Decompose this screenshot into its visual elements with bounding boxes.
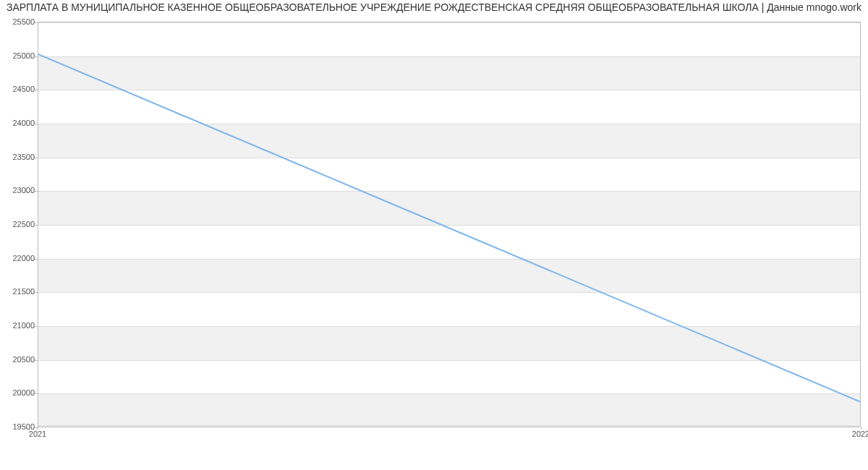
y-axis-line (38, 22, 38, 427)
y-tick-label: 25000 (3, 51, 35, 60)
x-axis-line (38, 426, 861, 427)
chart-title: ЗАРПЛАТА В МУНИЦИПАЛЬНОЕ КАЗЕННОЕ ОБЩЕОБ… (0, 1, 868, 13)
y-tick-label: 20500 (3, 355, 35, 364)
chart-container: ЗАРПЛАТА В МУНИЦИПАЛЬНОЕ КАЗЕННОЕ ОБЩЕОБ… (0, 0, 868, 448)
plot-area (38, 22, 861, 427)
y-tick-label: 21000 (3, 321, 35, 330)
line-series (38, 22, 860, 427)
y-tick-label: 23500 (3, 153, 35, 161)
y-tick-label: 21500 (3, 287, 35, 296)
y-tick-label: 22500 (3, 220, 35, 228)
grid-line (38, 427, 860, 428)
y-tick-label: 22000 (3, 254, 35, 262)
x-tick-label: 2022 (852, 430, 868, 438)
y-tick-label: 25500 (3, 17, 35, 26)
y-tick-label: 23000 (3, 186, 35, 195)
y-tick-label: 20000 (3, 388, 35, 397)
series-line (38, 54, 860, 402)
y-tick-label: 24000 (3, 119, 35, 127)
x-tick-label: 2021 (29, 430, 46, 438)
y-tick-label: 24500 (3, 85, 35, 93)
